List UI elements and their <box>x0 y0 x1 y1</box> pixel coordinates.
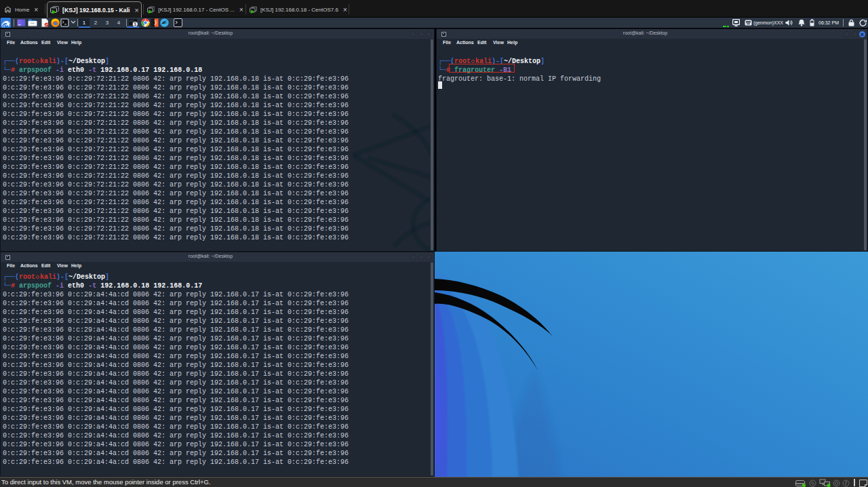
svg-text:$: $ <box>134 22 136 26</box>
